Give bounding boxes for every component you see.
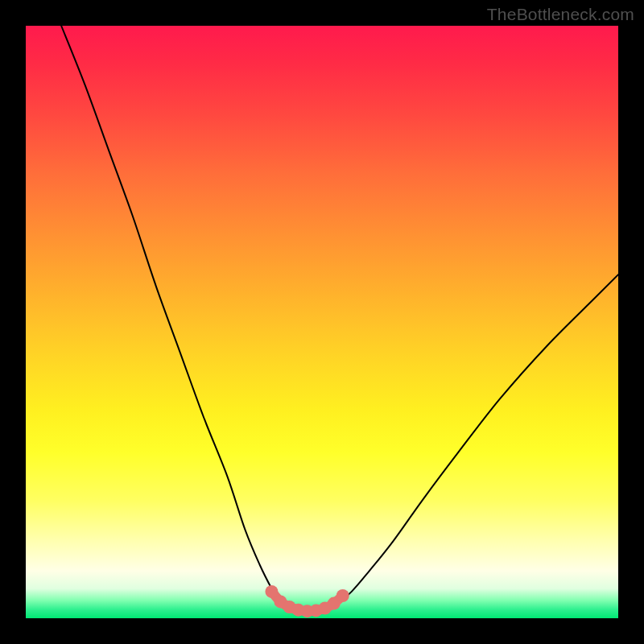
curve-left — [61, 26, 280, 604]
marker-dot — [336, 589, 349, 602]
optimal-zone-markers — [265, 585, 349, 617]
marker-dot — [265, 585, 278, 598]
curve-right — [336, 275, 618, 604]
watermark-text: TheBottleneck.com — [487, 5, 634, 24]
chart-overlay — [26, 26, 618, 618]
